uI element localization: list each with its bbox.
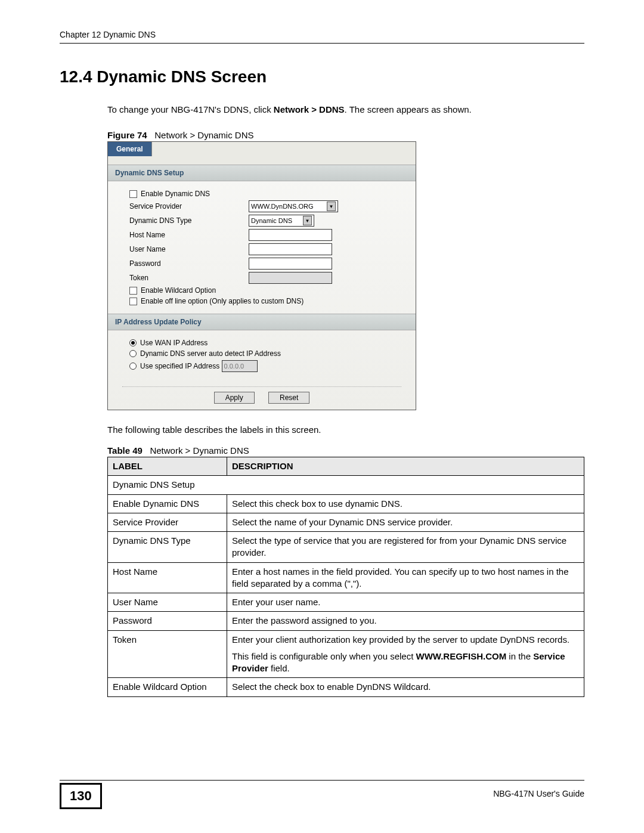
cell-section: Dynamic DNS Setup [108, 476, 584, 494]
chevron-down-icon: ▼ [303, 216, 312, 225]
table-row: Password Enter the password assigned to … [108, 612, 584, 630]
cell-desc: Enter your client authorization key prov… [227, 630, 584, 678]
select-dns-type[interactable]: Dynamic DNS ▼ [249, 215, 314, 227]
select-service-provider-value: WWW.DynDNS.ORG [251, 203, 314, 210]
radio-use-wan[interactable] [129, 339, 137, 346]
label-wildcard: Enable Wildcard Option [141, 286, 216, 295]
label-user-name: User Name [129, 245, 249, 253]
cell-label: Host Name [108, 562, 227, 593]
cell-desc: Select the name of your Dynamic DNS serv… [227, 513, 584, 531]
checkbox-enable-ddns[interactable] [129, 190, 137, 198]
token-p2b: WWW.REGFISH.COM [416, 651, 507, 661]
cell-desc: Enter your user name. [227, 593, 584, 612]
intro-post: . The screen appears as shown. [345, 104, 472, 114]
token-p2e: field. [268, 663, 290, 673]
cell-desc: Enter a host names in the field provided… [227, 562, 584, 593]
tab-row: General [108, 142, 416, 156]
input-password[interactable] [249, 258, 332, 270]
page-number: 130 [60, 783, 102, 809]
figure-caption-text: Network > Dynamic DNS [154, 130, 253, 140]
token-p2a: This field is configurable only when you… [232, 651, 416, 661]
th-description: DESCRIPTION [227, 457, 584, 476]
cell-label: Service Provider [108, 513, 227, 531]
select-service-provider[interactable]: WWW.DynDNS.ORG ▼ [249, 200, 338, 212]
cell-label: Dynamic DNS Type [108, 532, 227, 563]
cell-label: Password [108, 612, 227, 630]
label-enable-ddns: Enable Dynamic DNS [141, 190, 210, 198]
table-row: Dynamic DNS Setup [108, 476, 584, 494]
token-p2c: in the [506, 651, 533, 661]
table-caption: Table 49 Network > Dynamic DNS [107, 445, 584, 456]
label-use-specified: Use specified IP Address [140, 362, 219, 370]
description-table: LABEL DESCRIPTION Dynamic DNS Setup Enab… [107, 457, 584, 697]
label-host-name: Host Name [129, 231, 249, 239]
table-row: Enable Wildcard Option Select the check … [108, 678, 584, 696]
guide-name: NBG-417N User's Guide [493, 785, 584, 798]
section-ddns-setup: Dynamic DNS Setup [108, 165, 416, 181]
tab-general[interactable]: General [108, 142, 152, 156]
chevron-down-icon: ▼ [327, 202, 336, 211]
input-user-name[interactable] [249, 243, 332, 255]
cell-desc: Select this check box to use dynamic DNS… [227, 494, 584, 513]
page-footer: 130 NBG-417N User's Guide [60, 780, 584, 812]
label-auto-detect: Dynamic DNS server auto detect IP Addres… [140, 349, 281, 358]
table-row: Enable Dynamic DNS Select this check box… [108, 494, 584, 513]
figure-caption: Figure 74 Network > Dynamic DNS [107, 130, 584, 140]
label-token: Token [129, 274, 249, 282]
token-p1: Enter your client authorization key prov… [232, 634, 579, 646]
radio-auto-detect[interactable] [129, 350, 137, 357]
label-dns-type: Dynamic DNS Type [129, 216, 249, 225]
section-ip-policy: IP Address Update Policy [108, 314, 416, 330]
token-p2: This field is configurable only when you… [232, 651, 579, 675]
th-label: LABEL [108, 457, 227, 476]
table-label: Table 49 [107, 445, 143, 456]
select-dns-type-value: Dynamic DNS [251, 217, 292, 224]
label-use-wan: Use WAN IP Address [140, 339, 208, 347]
table-row: Dynamic DNS Type Select the type of serv… [108, 532, 584, 563]
reset-button[interactable]: Reset [268, 392, 309, 404]
input-specified-ip[interactable] [222, 360, 258, 372]
table-row: Service Provider Select the name of your… [108, 513, 584, 531]
chapter-header: Chapter 12 Dynamic DNS [60, 30, 584, 44]
input-token[interactable] [249, 272, 332, 284]
intro-bold: Network > DDNS [274, 104, 345, 114]
cell-label: Token [108, 630, 227, 678]
table-row: Host Name Enter a host names in the fiel… [108, 562, 584, 593]
table-row: Token Enter your client authorization ke… [108, 630, 584, 678]
cell-desc: Enter the password assigned to you. [227, 612, 584, 630]
cell-label: Enable Wildcard Option [108, 678, 227, 696]
cell-desc: Select the check box to enable DynDNS Wi… [227, 678, 584, 696]
table-header-row: LABEL DESCRIPTION [108, 457, 584, 476]
table-caption-text: Network > Dynamic DNS [150, 445, 249, 456]
mid-paragraph: The following table describes the labels… [107, 425, 584, 435]
cell-label: User Name [108, 593, 227, 612]
intro-pre: To change your NBG-417N's DDNS, click [107, 104, 274, 114]
apply-button[interactable]: Apply [214, 392, 255, 404]
figure-label: Figure 74 [107, 130, 147, 140]
checkbox-offline[interactable] [129, 298, 137, 305]
section-title: 12.4 Dynamic DNS Screen [60, 67, 584, 86]
cell-desc: Select the type of service that you are … [227, 532, 584, 563]
input-host-name[interactable] [249, 229, 332, 241]
cell-label: Enable Dynamic DNS [108, 494, 227, 513]
label-service-provider: Service Provider [129, 202, 249, 210]
table-row: User Name Enter your user name. [108, 593, 584, 612]
ddns-screenshot: General Dynamic DNS Setup Enable Dynamic… [107, 141, 416, 410]
intro-paragraph: To change your NBG-417N's DDNS, click Ne… [107, 103, 584, 116]
label-offline: Enable off line option (Only applies to … [141, 297, 304, 305]
label-password: Password [129, 259, 249, 268]
checkbox-wildcard[interactable] [129, 287, 137, 295]
radio-use-specified[interactable] [129, 363, 137, 370]
